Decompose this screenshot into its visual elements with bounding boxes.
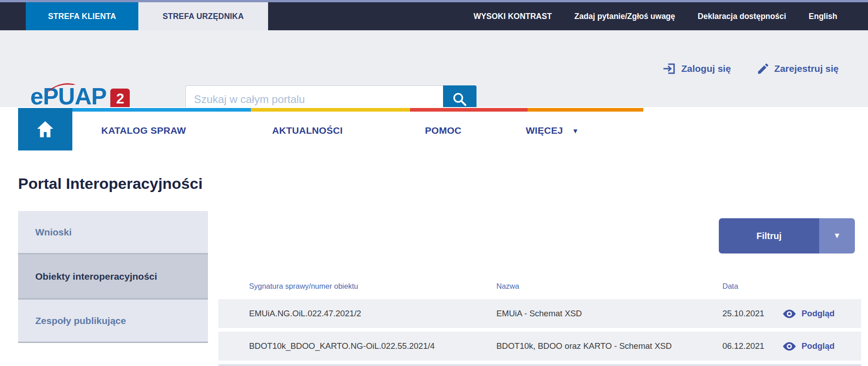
nav-wiecej[interactable]: WIĘCEJ ▼ (526, 125, 579, 136)
page-title: Portal Interoperacyjności (18, 175, 203, 192)
next-row-sliver (218, 364, 861, 366)
column-header-data: Data (722, 282, 738, 291)
topbar-links: WYSOKI KONTRAST Zadaj pytanie/Zgłoś uwag… (474, 2, 837, 30)
sidebar-item-wnioski[interactable]: Wnioski (18, 211, 208, 254)
table-row: BDOT10k_BDOO_KARTO.NG-OiL.022.55.2021/4 … (218, 332, 861, 361)
pencil-icon (756, 62, 770, 75)
home-icon (35, 119, 56, 140)
cell-data: 25.10.2021 (722, 299, 764, 328)
logo-badge-2: 2 (110, 89, 130, 109)
objects-table: Sygnatura sprawy/numer obiektu Nazwa Dat… (218, 271, 861, 364)
filter-button[interactable]: Filtruj (719, 218, 819, 253)
preview-link[interactable]: Podgląd (783, 299, 835, 328)
link-deklaracja-dostepnosci[interactable]: Deklaracja dostępności (698, 12, 786, 21)
logo-swoosh-icon (46, 81, 78, 94)
nav-wiecej-label: WIĘCEJ (526, 125, 563, 136)
nav-katalog-spraw[interactable]: KATALOG SPRAW (101, 125, 186, 136)
filter-split-button: Filtruj ▼ (719, 218, 855, 253)
login-icon (662, 61, 677, 76)
preview-link[interactable]: Podgląd (783, 332, 835, 361)
sidebar-item-zespoly-publikujace[interactable]: Zespoły publikujące (18, 300, 208, 343)
register-button[interactable]: Zarejestruj się (756, 62, 839, 75)
link-english[interactable]: English (809, 12, 837, 21)
column-header-nazwa: Nazwa (496, 282, 519, 291)
stripe-red (410, 108, 528, 112)
table-row: EMUiA.NG.OiL.022.47.2021/2 EMUiA - Schem… (218, 299, 861, 328)
nav-aktualnosci[interactable]: AKTUALNOŚCI (272, 125, 343, 136)
cell-nazwa: EMUiA - Schemat XSD (496, 299, 582, 328)
preview-label: Podgląd (802, 309, 835, 319)
stripe-blue (72, 108, 251, 112)
epuap-portal-page: STREFA KLIENTA STREFA URZĘDNIKA WYSOKI K… (0, 0, 868, 366)
home-button[interactable] (18, 108, 72, 150)
column-header-sygnatura: Sygnatura sprawy/numer obiektu (249, 282, 358, 291)
cell-sygnatura: BDOT10k_BDOO_KARTO.NG-OiL.022.55.2021/4 (249, 332, 435, 361)
tab-strefa-klienta[interactable]: STREFA KLIENTA (26, 2, 138, 30)
sidebar: Wnioski Obiekty interoperacyjności Zespo… (18, 211, 208, 343)
login-label: Zaloguj się (681, 63, 731, 74)
header-actions: Zaloguj się Zarejestruj się (662, 30, 839, 107)
site-header: ePUAP 2 Zaloguj się (0, 30, 868, 107)
register-label: Zarejestruj się (774, 63, 839, 74)
stripe-orange (528, 108, 643, 112)
eye-icon (783, 309, 796, 319)
cell-data: 06.12.2021 (722, 332, 764, 361)
preview-label: Podgląd (802, 341, 835, 351)
link-zadaj-pytanie[interactable]: Zadaj pytanie/Zgłoś uwagę (575, 12, 675, 21)
cell-sygnatura: EMUiA.NG.OiL.022.47.2021/2 (249, 299, 361, 328)
main-navigation: KATALOG SPRAW AKTUALNOŚCI POMOC WIĘCEJ ▼ (0, 107, 868, 150)
tab-strefa-urzednika[interactable]: STREFA URZĘDNIKA (138, 2, 268, 30)
nav-pomoc[interactable]: POMOC (425, 125, 462, 136)
login-button[interactable]: Zaloguj się (662, 61, 731, 76)
eye-icon (783, 342, 796, 351)
topbar: STREFA KLIENTA STREFA URZĘDNIKA WYSOKI K… (0, 2, 868, 30)
chevron-down-icon: ▼ (833, 231, 841, 240)
search-icon (452, 92, 467, 107)
sidebar-item-obiekty-interoperacyjnosci[interactable]: Obiekty interoperacyjności (18, 254, 208, 300)
cell-nazwa: BDOT10k, BDOO oraz KARTO - Schemat XSD (496, 332, 672, 361)
table-header: Sygnatura sprawy/numer obiektu Nazwa Dat… (218, 271, 861, 299)
link-wysoki-kontrast[interactable]: WYSOKI KONTRAST (474, 12, 552, 21)
filter-dropdown-toggle[interactable]: ▼ (819, 218, 855, 253)
chevron-down-icon: ▼ (572, 127, 579, 135)
stripe-yellow (251, 108, 410, 112)
